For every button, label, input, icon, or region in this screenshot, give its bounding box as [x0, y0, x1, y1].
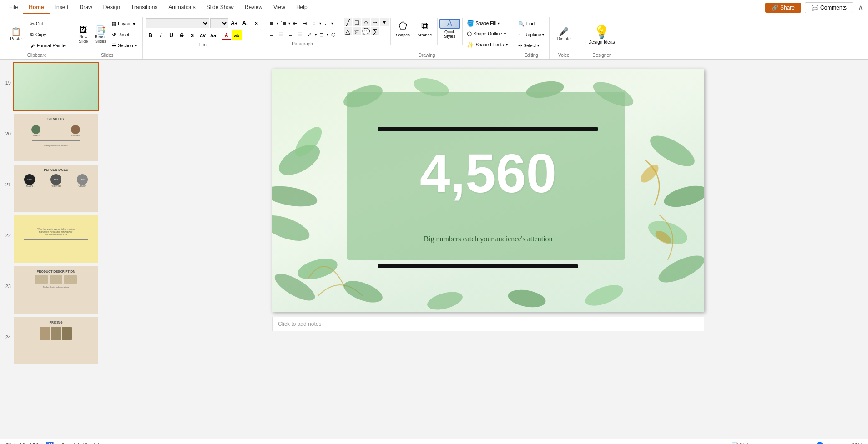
- zoom-slider[interactable]: [805, 442, 841, 444]
- section-button[interactable]: ☰ Section ▾: [110, 40, 139, 50]
- comments-button[interactable]: 💬 Comments: [805, 2, 853, 13]
- slide-thumb-21[interactable]: PERCENTAGES 45% MARS 30% JUPITER 25% VEN: [13, 164, 99, 213]
- shape-equation[interactable]: ∑: [371, 27, 379, 35]
- copy-button[interactable]: ⧉ Copy: [28, 30, 69, 40]
- font-color-button[interactable]: A: [222, 30, 232, 40]
- clipboard-group: 📋 Paste ✂ Cut ⧉ Copy 🖌 Format Painter: [2, 17, 72, 59]
- bullets-button[interactable]: ≡: [267, 19, 276, 28]
- select-button[interactable]: ⊹ Select ▾: [516, 40, 547, 50]
- increase-font-size-button[interactable]: A+: [229, 18, 239, 28]
- share-icon: 🔗: [772, 5, 778, 11]
- language-indicator[interactable]: Spanish (Spain): [61, 442, 100, 444]
- dictate-button[interactable]: 🎤 Dictate: [552, 26, 575, 43]
- slide-sorter-button[interactable]: ⊞: [767, 442, 772, 444]
- slide-thumb-container-24: 24 PRICING: [2, 316, 106, 365]
- slide-bottom-line: [378, 264, 578, 268]
- status-bar: Slide 19 of 56 ♿ Spanish (Spain) 📝 Notes…: [0, 439, 868, 444]
- slide-thumb-19[interactable]: 4,560 Big numbers catch your audience's …: [13, 62, 99, 111]
- tab-review[interactable]: Review: [239, 1, 268, 14]
- new-slide-button[interactable]: 🖼 NewSlide: [75, 25, 91, 45]
- tab-design[interactable]: Design: [98, 1, 126, 14]
- shape-callout[interactable]: 💬: [362, 27, 370, 35]
- italic-button[interactable]: I: [156, 30, 166, 40]
- reset-icon: ↺: [112, 32, 116, 38]
- text-direction-button[interactable]: ⤢: [305, 30, 314, 39]
- tab-help[interactable]: Help: [291, 1, 313, 14]
- ribbon-collapse-button[interactable]: ∧: [857, 2, 864, 13]
- slide-subtitle[interactable]: Big numbers catch your audience's attent…: [424, 235, 552, 243]
- align-center-button[interactable]: ☰: [277, 30, 286, 39]
- shape-more[interactable]: ▾: [380, 18, 389, 26]
- tab-transitions[interactable]: Transitions: [126, 1, 163, 14]
- layout-button[interactable]: ▦ Layout ▾: [110, 19, 139, 29]
- align-right-button[interactable]: ≡: [286, 30, 295, 39]
- design-ideas-button[interactable]: 💡 Design Ideas: [581, 18, 622, 51]
- notes-button[interactable]: 📝 Notes: [732, 442, 754, 444]
- decrease-indent-button[interactable]: ⇤: [291, 19, 300, 28]
- slide-thumb-24[interactable]: PRICING: [13, 316, 99, 365]
- increase-indent-button[interactable]: ⇥: [300, 19, 309, 28]
- shape-fill-button[interactable]: 🪣 Shape Fill ▾: [464, 19, 510, 29]
- shape-arrow[interactable]: →: [371, 18, 379, 26]
- main-slide[interactable]: 4,560 Big numbers catch your audience's …: [272, 69, 704, 312]
- quick-styles-button[interactable]: A Quick Styles: [439, 18, 460, 39]
- tab-slideshow[interactable]: Slide Show: [201, 1, 239, 14]
- character-spacing-button[interactable]: AV: [198, 30, 208, 40]
- text-direction-chevron: ▾: [315, 33, 317, 37]
- shape-ellipse[interactable]: ○: [362, 18, 370, 26]
- tab-animations[interactable]: Animations: [163, 1, 201, 14]
- tab-file[interactable]: File: [4, 1, 23, 14]
- shape-line[interactable]: ╱: [344, 18, 352, 26]
- shape-rect[interactable]: □: [353, 18, 361, 26]
- tab-home[interactable]: Home: [23, 1, 49, 14]
- shape-triangle[interactable]: △: [344, 27, 352, 35]
- slide-number-20: 20: [2, 113, 11, 136]
- tab-view[interactable]: View: [268, 1, 291, 14]
- strikethrough-button[interactable]: S: [177, 30, 187, 40]
- numbering-button[interactable]: 1≡: [279, 19, 288, 28]
- shapes-button[interactable]: ⬠ Shapes: [393, 18, 414, 39]
- slide-big-number[interactable]: 4,560: [420, 142, 556, 205]
- align-left-button[interactable]: ≡: [267, 30, 276, 39]
- slide-thumb-20[interactable]: STRATEGY MARS JUPITER strategy descripti…: [13, 113, 99, 162]
- shape-effects-button[interactable]: ✨ Shape Effects ▾: [464, 40, 510, 50]
- notes-area[interactable]: Click to add notes: [272, 317, 704, 331]
- share-button[interactable]: 🔗 Share: [765, 3, 801, 13]
- highlight-color-button[interactable]: ab: [232, 30, 242, 40]
- reset-button[interactable]: ↺ Reset: [110, 30, 139, 40]
- font-family-select[interactable]: [146, 18, 209, 28]
- underline-button[interactable]: U: [167, 30, 177, 40]
- normal-view-button[interactable]: ⊡: [758, 442, 763, 444]
- slide-thumb-22[interactable]: "This is a quote, words full of wisdomth…: [13, 215, 99, 264]
- comments-icon: 💬: [812, 5, 818, 11]
- shape-outline-button[interactable]: ⬡ Shape Outline ▾: [464, 29, 510, 39]
- find-button[interactable]: 🔍 Find: [516, 19, 547, 29]
- align-text-button[interactable]: ⊟: [317, 30, 326, 39]
- format-painter-button[interactable]: 🖌 Format Painter: [28, 40, 69, 50]
- quick-styles-icon: A: [439, 19, 460, 29]
- line-spacing-button[interactable]: ↕: [310, 19, 319, 28]
- shape-outline-chevron: ▾: [504, 32, 506, 36]
- justify-button[interactable]: ☰: [296, 30, 305, 39]
- font-label: Font: [146, 41, 261, 49]
- reuse-slides-button[interactable]: 📑 ReuseSlides: [92, 25, 109, 45]
- change-case-button[interactable]: Aa: [208, 30, 218, 40]
- shape-star[interactable]: ☆: [353, 27, 361, 35]
- clear-formatting-button[interactable]: ✕: [251, 18, 261, 28]
- arrange-button[interactable]: ⧉ Arrange: [414, 18, 435, 39]
- reading-view-button[interactable]: ⊟: [776, 442, 782, 444]
- font-size-select[interactable]: [210, 18, 228, 28]
- cut-button[interactable]: ✂ Cut: [28, 19, 69, 29]
- replace-button[interactable]: ↔ Replace ▾: [516, 30, 547, 40]
- paste-button[interactable]: 📋 Paste: [5, 26, 27, 43]
- convert-to-smartart-button[interactable]: ⬡: [329, 30, 338, 39]
- shadow-button[interactable]: S: [187, 30, 197, 40]
- slide-thumb-container-22: 22 "This is a quote, words full of wisdo…: [2, 215, 106, 264]
- bold-button[interactable]: B: [146, 30, 156, 40]
- slide-thumb-23[interactable]: PRODUCT DESCRIPTION Product details and …: [13, 265, 99, 314]
- decrease-font-size-button[interactable]: A-: [240, 18, 250, 28]
- tab-insert[interactable]: Insert: [50, 1, 74, 14]
- slideshow-view-button[interactable]: ▶: [785, 442, 790, 444]
- tab-draw[interactable]: Draw: [74, 1, 98, 14]
- columns-button[interactable]: ⫰: [322, 19, 331, 28]
